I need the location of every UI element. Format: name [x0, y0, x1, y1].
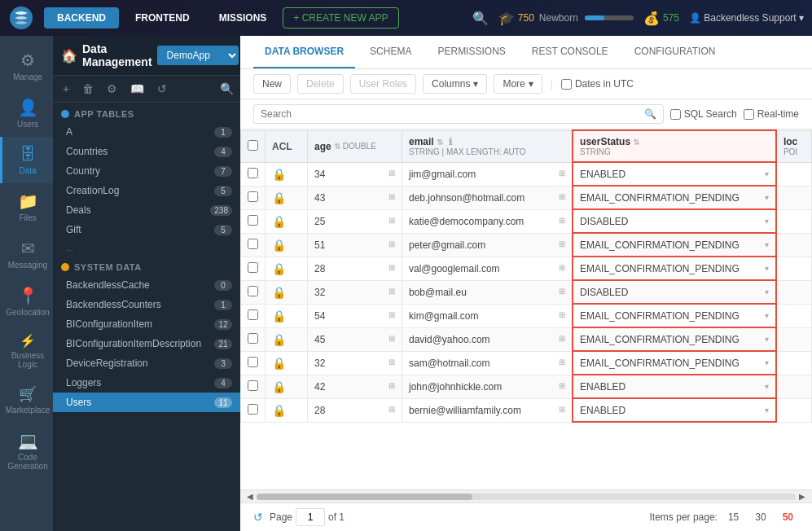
status-dropdown-icon-6[interactable]: ▾	[765, 311, 769, 320]
lock-icon[interactable]: 🔒	[272, 191, 286, 204]
expand-age-icon[interactable]: ⊞	[388, 169, 395, 178]
sidebar-item-geolocation[interactable]: 📍 Geolocation	[0, 278, 53, 325]
status-dropdown-icon-2[interactable]: ▾	[765, 217, 769, 226]
tab-permissions[interactable]: PERMISSIONS	[426, 36, 516, 68]
table-item-deals[interactable]: Deals 238	[53, 200, 240, 220]
expand-email-icon[interactable]: ⊞	[559, 381, 565, 390]
col-header-age[interactable]: age ⇅ DOUBLE	[308, 130, 402, 162]
row-checkbox-8[interactable]	[248, 357, 258, 367]
table-item-backendlesscounters[interactable]: BackendlessCounters 1	[53, 295, 240, 314]
sidebar-item-data[interactable]: 🗄 Data	[0, 137, 53, 183]
dates-utc-checkbox-label[interactable]: Dates in UTC	[561, 78, 634, 90]
lock-icon[interactable]: 🔒	[272, 168, 286, 181]
app-selector[interactable]: DemoApp	[157, 46, 239, 65]
lock-icon[interactable]: 🔒	[272, 262, 286, 275]
per-page-15-btn[interactable]: 15	[722, 509, 744, 525]
lock-icon[interactable]: 🔒	[272, 239, 286, 252]
status-dropdown-icon-10[interactable]: ▾	[765, 406, 769, 415]
sidebar-item-code-generation[interactable]: 💻 CodeGeneration	[0, 423, 53, 479]
scroll-right-icon[interactable]: ▶	[796, 492, 809, 501]
table-item-deviceregistration[interactable]: DeviceRegistration 3	[53, 353, 240, 373]
lock-icon[interactable]: 🔒	[272, 404, 286, 417]
user-badge[interactable]: 👤 Backendless Support ▾	[689, 12, 804, 24]
settings-table-btn[interactable]: ⚙	[103, 81, 121, 97]
row-checkbox-7[interactable]	[248, 333, 258, 344]
refresh-icon[interactable]: ↺	[253, 511, 263, 524]
sql-search-checkbox[interactable]	[670, 109, 681, 120]
expand-email-icon[interactable]: ⊞	[559, 334, 565, 343]
lock-icon[interactable]: 🔒	[272, 309, 286, 323]
nav-frontend-btn[interactable]: FRONTEND	[122, 7, 203, 29]
expand-email-icon[interactable]: ⊞	[559, 192, 565, 201]
table-item-country[interactable]: Country 7	[53, 161, 240, 181]
refresh-table-btn[interactable]: ↺	[154, 81, 170, 97]
delete-table-btn[interactable]: 🗑	[79, 81, 97, 97]
user-roles-btn[interactable]: User Roles	[350, 74, 416, 94]
expand-age-icon[interactable]: ⊞	[388, 192, 395, 201]
expand-age-icon[interactable]: ⊞	[388, 405, 395, 414]
create-new-app-btn[interactable]: + CREATE NEW APP	[283, 7, 398, 29]
cell-userstatus-9[interactable]: ENABLED ▾	[573, 375, 776, 398]
expand-age-icon[interactable]: ⊞	[388, 358, 395, 366]
cell-userstatus-6[interactable]: EMAIL_CONFIRMATION_PENDING ▾	[573, 304, 776, 327]
lock-icon[interactable]: 🔒	[272, 333, 286, 346]
lock-icon[interactable]: 🔒	[272, 215, 286, 228]
info-email-icon[interactable]: ℹ	[449, 137, 452, 147]
sidebar-item-messaging[interactable]: ✉ Messaging	[0, 230, 53, 278]
row-checkbox-1[interactable]	[248, 191, 258, 202]
status-dropdown-icon-0[interactable]: ▾	[765, 169, 769, 178]
table-item-creationlog[interactable]: CreationLog 5	[53, 181, 240, 200]
table-item-countries[interactable]: Countries 4	[53, 142, 240, 161]
table-item-gift[interactable]: Gift 5	[53, 220, 240, 239]
page-input[interactable]	[296, 508, 325, 526]
select-all-checkbox[interactable]	[248, 140, 258, 151]
table-item-users[interactable]: Users 11	[53, 393, 240, 412]
status-dropdown-icon-3[interactable]: ▾	[765, 240, 769, 249]
sort-userstatus-icon[interactable]: ⇅	[633, 138, 639, 147]
row-checkbox-4[interactable]	[248, 262, 258, 273]
expand-email-icon[interactable]: ⊞	[559, 216, 565, 225]
tab-configuration[interactable]: CONFIGURATION	[623, 36, 727, 68]
columns-dropdown[interactable]: Columns ▾	[423, 74, 487, 94]
nav-backend-btn[interactable]: BACKEND	[44, 7, 119, 29]
home-icon[interactable]: 🏠	[61, 48, 77, 64]
expand-age-icon[interactable]: ⊞	[388, 381, 395, 390]
status-dropdown-icon-1[interactable]: ▾	[765, 193, 769, 202]
expand-age-icon[interactable]: ⊞	[388, 287, 395, 296]
sort-age-icon[interactable]: ⇅	[334, 142, 340, 151]
status-dropdown-icon-9[interactable]: ▾	[765, 382, 769, 391]
row-checkbox-10[interactable]	[248, 404, 258, 415]
cell-userstatus-0[interactable]: ENABLED ▾	[573, 162, 776, 186]
cell-userstatus-4[interactable]: EMAIL_CONFIRMATION_PENDING ▾	[573, 257, 776, 280]
per-page-30-btn[interactable]: 30	[749, 509, 771, 525]
row-checkbox-2[interactable]	[248, 215, 258, 226]
sidebar-item-manage[interactable]: ⚙ Manage	[0, 42, 53, 90]
table-item-loggers[interactable]: Loggers 4	[53, 373, 240, 393]
cell-userstatus-8[interactable]: EMAIL_CONFIRMATION_PENDING ▾	[573, 351, 776, 375]
sort-email-icon[interactable]: ⇅	[437, 138, 443, 147]
status-dropdown-icon-7[interactable]: ▾	[765, 335, 769, 344]
expand-age-icon[interactable]: ⊞	[388, 239, 395, 248]
table-item-biconfigurationitem[interactable]: BIConfigurationItem 12	[53, 314, 240, 334]
hscroll-track[interactable]	[257, 494, 796, 500]
expand-age-icon[interactable]: ⊞	[388, 310, 395, 319]
row-checkbox-0[interactable]	[248, 168, 258, 178]
tab-rest-console[interactable]: REST CONSOLE	[520, 36, 620, 68]
expand-email-icon[interactable]: ⊞	[559, 239, 565, 248]
lock-icon[interactable]: 🔒	[272, 286, 286, 299]
col-header-email[interactable]: email ⇅ ℹ STRING | MAX LENGTH: AUTO	[402, 130, 573, 162]
lock-icon[interactable]: 🔒	[272, 357, 286, 370]
per-page-50-btn[interactable]: 50	[777, 509, 799, 525]
col-header-userstatus[interactable]: userStatus ⇅ STRING	[573, 130, 776, 162]
cell-userstatus-3[interactable]: EMAIL_CONFIRMATION_PENDING ▾	[573, 233, 776, 257]
row-checkbox-3[interactable]	[248, 239, 258, 249]
docs-table-btn[interactable]: 📖	[127, 81, 147, 97]
dates-utc-checkbox[interactable]	[561, 79, 572, 90]
realtime-label[interactable]: Real-time	[744, 108, 799, 120]
sql-search-label[interactable]: SQL Search	[670, 108, 737, 120]
row-checkbox-9[interactable]	[248, 380, 258, 391]
expand-email-icon[interactable]: ⊞	[559, 310, 565, 319]
row-checkbox-6[interactable]	[248, 309, 258, 320]
status-dropdown-icon-5[interactable]: ▾	[765, 287, 769, 296]
status-dropdown-icon-4[interactable]: ▾	[765, 264, 769, 273]
